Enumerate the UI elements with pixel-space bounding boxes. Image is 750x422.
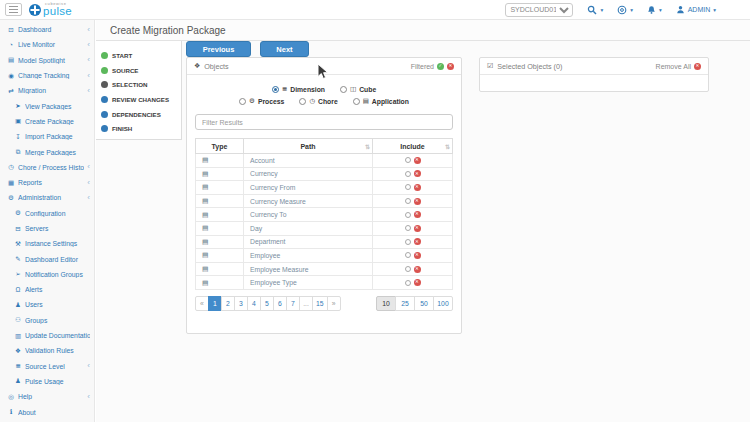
sidebar-item-about[interactable]: ℹAbout xyxy=(0,404,94,419)
notifications-menu[interactable]: ▾ xyxy=(647,5,662,15)
exclude-icon[interactable]: ✕ xyxy=(414,225,421,232)
content-area: STARTSOURCESELECTIONREVIEW CHANGESDEPEND… xyxy=(96,41,750,422)
sidebar-item-import-package[interactable]: ↧Import Package xyxy=(0,129,94,144)
include-radio-icon[interactable] xyxy=(405,171,411,177)
sidebar-item-update-documentation[interactable]: ▥Update Documentation xyxy=(0,328,94,343)
sort-icon[interactable]: ⇅ xyxy=(445,143,450,150)
filter-clear-icon[interactable]: ✕ xyxy=(447,63,454,70)
page-prev-button[interactable]: « xyxy=(195,296,209,311)
column-header-include[interactable]: Include⇅ xyxy=(373,139,453,154)
sidebar-item-instance-settings[interactable]: ⚒Instance Settings xyxy=(0,236,94,251)
exclude-icon[interactable]: ✕ xyxy=(414,238,421,245)
path-cell: Currency xyxy=(244,167,373,181)
sidebar-toggle-button[interactable] xyxy=(5,3,22,16)
include-radio-icon[interactable] xyxy=(405,280,411,286)
sidebar-item-configuration[interactable]: ⚙Configuration xyxy=(0,206,94,221)
next-button[interactable]: Next xyxy=(260,41,309,57)
step-label: FINISH xyxy=(112,125,132,132)
include-radio-icon[interactable] xyxy=(405,212,411,218)
sidebar-item-model-spotlight[interactable]: ▤Model Spotlight‹ xyxy=(0,53,94,68)
sidebar-item-pulse-usage[interactable]: ♟Pulse Usage xyxy=(0,374,94,389)
page-button-15[interactable]: 15 xyxy=(312,296,328,311)
exclude-icon[interactable]: ✕ xyxy=(414,198,421,205)
exclude-icon[interactable]: ✕ xyxy=(414,266,421,273)
object-type-radio-cube[interactable]: ◫Cube xyxy=(340,85,376,93)
include-radio-icon[interactable] xyxy=(405,184,411,190)
table-row: ▤Employee✕ xyxy=(196,249,453,263)
path-cell: Day xyxy=(244,221,373,235)
administration-gears-icon: ⚙ xyxy=(7,194,15,202)
include-radio-icon[interactable] xyxy=(405,252,411,258)
include-cell: ✕ xyxy=(373,167,453,181)
include-radio-icon[interactable] xyxy=(405,266,411,272)
sidebar-item-administration[interactable]: ⚙Administration‹ xyxy=(0,190,94,205)
radio-icon xyxy=(299,98,306,105)
exclude-icon[interactable]: ✕ xyxy=(414,157,421,164)
page-button-6[interactable]: 6 xyxy=(273,296,287,311)
exclude-icon[interactable]: ✕ xyxy=(414,279,421,286)
sidebar-item-users[interactable]: ♟Users xyxy=(0,297,94,312)
pulse-logo[interactable]: cubewise pulse xyxy=(29,2,72,18)
page-button-4[interactable]: 4 xyxy=(247,296,261,311)
search-menu[interactable]: ▾ xyxy=(587,5,603,15)
sidebar-item-live-monitor[interactable]: ◔Live Monitor‹ xyxy=(0,37,94,52)
sidebar-item-validation-rules[interactable]: ❖Validation Rules xyxy=(0,343,94,358)
sidebar-item-dashboard-editor[interactable]: ✎Dashboard Editor xyxy=(0,251,94,266)
page-title: Create Migration Package xyxy=(110,25,226,36)
sidebar-item-dashboard[interactable]: ⊡Dashboard‹ xyxy=(0,22,94,37)
sidebar-item-merge-packages[interactable]: ⧉Merge Packages xyxy=(0,144,94,159)
include-radio-icon[interactable] xyxy=(405,239,411,245)
path-cell: Currency From xyxy=(244,181,373,195)
previous-button[interactable]: Previous xyxy=(186,41,251,57)
page-button-1[interactable]: 1 xyxy=(208,296,222,311)
remove-all-button[interactable]: Remove All ✕ xyxy=(656,63,701,70)
help-menu[interactable]: ▾ xyxy=(617,5,633,15)
column-header-path[interactable]: Path⇅ xyxy=(244,139,373,154)
page-size-button-25[interactable]: 25 xyxy=(395,296,415,311)
exclude-icon[interactable]: ✕ xyxy=(414,184,421,191)
page-button-2[interactable]: 2 xyxy=(221,296,235,311)
page-button-7[interactable]: 7 xyxy=(286,296,300,311)
table-row: ▤Currency From✕ xyxy=(196,181,453,195)
sidebar-item-label: Administration xyxy=(18,194,84,201)
object-type-radio-dimension[interactable]: ≣Dimension xyxy=(272,85,325,93)
sidebar-item-change-tracking[interactable]: ◉Change Tracking‹ xyxy=(0,68,94,83)
page-size-button-10[interactable]: 10 xyxy=(376,296,396,311)
chevron-left-icon: ‹ xyxy=(87,72,90,80)
object-type-radio-application[interactable]: ▤Application xyxy=(353,97,409,105)
view-packages-icon: ➤ xyxy=(14,102,22,110)
sidebar-item-help[interactable]: ◎Help‹ xyxy=(0,389,94,404)
sort-icon[interactable]: ⇅ xyxy=(365,143,370,150)
sidebar-item-chore-process-history[interactable]: ◷Chore / Process History‹ xyxy=(0,160,94,175)
filter-input[interactable] xyxy=(195,114,453,130)
sidebar-item-alerts[interactable]: ΩAlerts xyxy=(0,282,94,297)
object-type-radio-process[interactable]: ⚙Process xyxy=(239,97,284,105)
user-menu[interactable]: ADMIN ▾ xyxy=(676,5,716,14)
exclude-icon[interactable]: ✕ xyxy=(414,170,421,177)
page-size-button-50[interactable]: 50 xyxy=(414,296,434,311)
filter-apply-icon[interactable]: ✓ xyxy=(437,63,444,70)
sidebar-item-migration[interactable]: ⇄Migration‹ xyxy=(0,83,94,98)
sidebar-item-servers[interactable]: ⊟Servers xyxy=(0,221,94,236)
path-cell: Currency Measure xyxy=(244,194,373,208)
wizard-buttons: Previous Next xyxy=(186,41,309,57)
page-size-button-100[interactable]: 100 xyxy=(433,296,453,311)
sidebar-item-groups[interactable]: ⚇Groups xyxy=(0,313,94,328)
exclude-icon[interactable]: ✕ xyxy=(414,211,421,218)
sidebar-item-source-level[interactable]: ≣Source Level‹ xyxy=(0,359,94,374)
server-select[interactable]: SYDCLOUD01 xyxy=(505,3,573,17)
object-type-radio-chore[interactable]: ◷Chore xyxy=(299,97,337,105)
page-next-button[interactable]: » xyxy=(327,296,341,311)
sidebar-item-reports[interactable]: ▦Reports‹ xyxy=(0,175,94,190)
sidebar-item-label: Change Tracking xyxy=(18,72,84,79)
sidebar-item-create-package[interactable]: ▣Create Package xyxy=(0,114,94,129)
include-radio-icon[interactable] xyxy=(405,157,411,163)
include-radio-icon[interactable] xyxy=(405,198,411,204)
page-button-3[interactable]: 3 xyxy=(234,296,248,311)
sidebar-item-notification-groups[interactable]: ➢Notification Groups xyxy=(0,267,94,282)
chevron-left-icon: ‹ xyxy=(87,163,90,171)
include-radio-icon[interactable] xyxy=(405,225,411,231)
sidebar-item-view-packages[interactable]: ➤View Packages xyxy=(0,98,94,113)
page-button-5[interactable]: 5 xyxy=(260,296,274,311)
exclude-icon[interactable]: ✕ xyxy=(414,252,421,259)
